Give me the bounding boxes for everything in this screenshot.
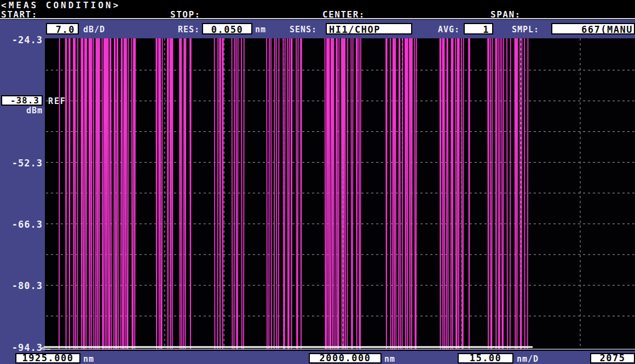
- y-tick-label: -24.3: [0, 34, 43, 45]
- y-tick-label: -52.3: [0, 158, 43, 169]
- sens-value: HI1/CHOP: [326, 23, 412, 34]
- x-center-value: 2000.000: [309, 353, 382, 363]
- avg-value: 1: [464, 23, 493, 34]
- header-area: <MEAS CONDITION> START: STOP: CENTER: SP…: [0, 0, 635, 20]
- res-value: 0.050: [202, 23, 252, 34]
- x-stop-value: 2075: [590, 353, 635, 363]
- y-tick-label: -80.3: [0, 280, 43, 291]
- ref-marker: REF: [48, 96, 66, 106]
- x-scale-value: 15.00: [458, 353, 513, 363]
- sens-label: SENS:: [290, 25, 317, 34]
- x-start-value: 1925.000: [15, 353, 80, 363]
- y-tick-label: -66.3: [0, 219, 43, 230]
- ref-level-box: -38.3: [1, 95, 43, 106]
- smpl-label: SMPL:: [512, 25, 539, 34]
- osa-screen: <MEAS CONDITION> START: STOP: CENTER: SP…: [0, 0, 635, 364]
- x-center-unit: nm: [384, 354, 395, 364]
- smpl-value: 667(MANU: [551, 23, 635, 34]
- avg-label: AVG:: [438, 25, 460, 34]
- res-unit: nm: [255, 25, 266, 34]
- y-tick-label: -94.3: [0, 342, 43, 353]
- x-start-unit: nm: [83, 354, 94, 364]
- header-underline: [0, 18, 635, 19]
- plot-area: [45, 38, 635, 351]
- res-label: RES:: [178, 25, 200, 34]
- x-scale-unit: nm/D: [517, 354, 539, 364]
- ref-level-unit: dBm: [0, 106, 43, 115]
- level-scale-value: 7.0: [46, 23, 79, 34]
- level-scale-unit: dB/D: [83, 25, 105, 34]
